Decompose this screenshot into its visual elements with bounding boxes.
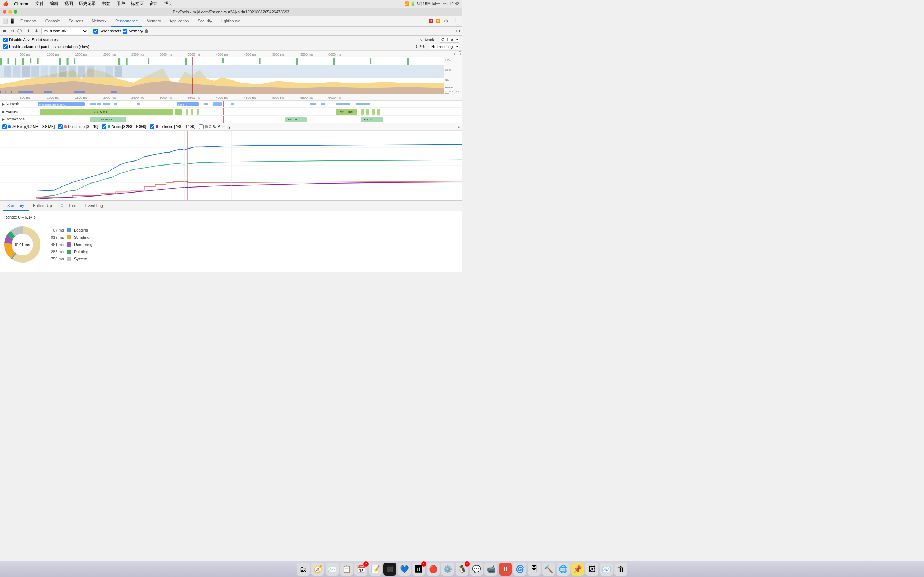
heap-range: 4.2 MB – 8.8 MB [444,90,462,94]
interactions-label[interactable]: ▶ Interactions [0,117,36,121]
clear-button[interactable]: 🗑 [144,29,149,34]
tab-performance[interactable]: Performance [111,16,142,27]
tab-bottom-up[interactable]: Bottom-Up [29,201,56,211]
tab-network[interactable]: Network [88,16,111,27]
disable-js-label[interactable]: Disable JavaScript samples [9,37,58,42]
device-toolbar[interactable]: 📱 [9,18,16,25]
tab-elements[interactable]: Elements [16,16,41,27]
nodes-label: Nodes[3 268 – 6 850] [111,125,146,129]
frames-label[interactable]: ▶ Frames [0,110,36,114]
svg-text:2500 ms: 2500 ms [131,53,144,56]
record-dot[interactable]: ⏺ [2,28,8,34]
tab-security[interactable]: Security [193,16,216,27]
download-icon[interactable]: ⬇ [33,28,40,34]
screenshots-label[interactable]: Screenshots [99,29,121,33]
cpu-label: CPU: [416,44,425,49]
menu-help[interactable]: 帮助 [164,1,173,7]
tab-sources[interactable]: Sources [64,16,87,27]
js-heap-checkbox[interactable] [2,124,7,129]
more-icon[interactable]: ⋮ [452,18,459,25]
advanced-paint-label[interactable]: Enable advanced paint instrumentation (s… [9,44,89,49]
system-label: System [74,257,87,261]
svg-text:5500 ms: 5500 ms [300,53,313,56]
network-label: Network: [420,37,435,42]
network-select[interactable]: Online [439,37,459,43]
legend-scripting: 919 ms Scripting [48,235,92,239]
svg-rect-45 [50,66,57,77]
svg-rect-19 [67,58,69,64]
cpu-select[interactable]: No throttling [430,44,459,49]
advanced-paint-checkbox[interactable] [3,44,8,49]
legend-list: 67 ms Loading 919 ms Scripting 461 ms Re… [48,226,92,261]
gpu-memory-checkbox[interactable] [199,124,204,129]
rendering-value: 461 ms [48,242,64,247]
maximize-button[interactable] [14,10,17,14]
svg-rect-34 [18,91,33,93]
memory-label[interactable]: Memory [129,29,143,33]
listeners-checkbox[interactable] [150,124,155,129]
url-select[interactable]: m.jd.com #6 [41,28,88,34]
svg-rect-67 [90,103,96,105]
svg-rect-22 [126,58,128,65]
menu-window[interactable]: 窗口 [149,1,158,7]
interactions-track-content: Animation Ani...ion Ani...ion [36,116,462,122]
memory-checkbox[interactable] [123,29,128,34]
legend-loading: 67 ms Loading [48,228,92,232]
menu-user[interactable]: 用户 [116,1,125,7]
nodes-checkbox[interactable] [102,124,107,129]
svg-rect-84 [175,109,182,115]
tab-event-log[interactable]: Event Log [81,201,108,211]
apple-menu[interactable]: 🍎 [3,2,8,6]
tab-summary[interactable]: Summary [3,201,29,211]
menu-tabs[interactable]: 标签页 [131,1,144,7]
menu-edit[interactable]: 编辑 [50,1,58,7]
scripting-label: Scripting [74,235,89,239]
svg-rect-33 [11,91,12,93]
tab-lighthouse[interactable]: Lighthouse [216,16,244,27]
minimize-button[interactable] [8,10,12,14]
reload-record[interactable]: ↺ [10,28,16,34]
track-rows: 500 ms 1000 ms 1500 ms 2000 ms 2500 ms 3… [0,94,462,123]
network-label[interactable]: ▶ Network [0,102,36,106]
memory-checkboxes: JS Heap[4.2 MB – 8.8 MB] Documents[3 – 1… [0,123,462,131]
fps-cpu-net-graph: FPS CPU NET HEAP 4.2 MB – 8.8 MB [0,57,462,94]
upload-icon[interactable]: ⬆ [25,28,32,34]
capture-settings-icon[interactable]: ⚙ [456,28,460,34]
painting-value: 285 ms [48,250,64,254]
loading-value: 67 ms [48,228,64,232]
menu-bookmarks[interactable]: 书签 [102,1,110,7]
memory-options-icon[interactable]: ≡ [458,125,460,129]
documents-checkbox[interactable] [58,124,63,129]
rendering-color [67,242,71,247]
menu-chrome[interactable]: Chrome [14,2,30,6]
frames-track-content: 456.5 ms 701.3 ms [36,108,462,115]
tab-application[interactable]: Application [165,16,194,27]
svg-rect-13 [8,58,10,64]
svg-text:m.jd.com/ (m.jd.cor...: m.jd.com/ (m.jd.cor... [39,103,66,106]
documents-label: Documents[3 – 10] [68,125,98,129]
menu-view[interactable]: 视图 [64,1,73,7]
screenshots-checkbox[interactable] [94,29,98,34]
devtools-tab-bar: ⬜ 📱 Elements Console Sources Network Per… [0,16,462,27]
tab-console[interactable]: Console [41,16,64,27]
svg-text:4000 ms: 4000 ms [216,53,228,56]
stop-record[interactable]: ⃝ [17,28,24,34]
gpu-memory-checkbox-item: GPU Memory [199,124,231,129]
tab-memory[interactable]: Memory [142,16,165,27]
inspect-tool[interactable]: ⬜ [2,18,9,25]
svg-rect-85 [186,109,188,115]
scripting-color [67,235,71,239]
close-button[interactable] [3,10,6,14]
system-value: 750 ms [48,257,64,261]
svg-rect-25 [222,58,224,63]
menu-file[interactable]: 文件 [36,1,44,7]
menu-history[interactable]: 历史记录 [79,1,96,7]
frames-track-row: ▶ Frames 456.5 ms 701.3 ms [0,108,462,116]
performance-toolbar: ⏺ ↺ ⃝ ⬆ ⬇ m.jd.com #6 Screenshots Memory… [0,27,462,36]
settings-icon[interactable]: ⚙ [443,18,450,25]
svg-rect-14 [15,58,16,65]
svg-rect-15 [23,58,24,64]
tab-call-tree[interactable]: Call Tree [56,201,81,211]
svg-rect-46 [59,66,67,77]
disable-js-checkbox[interactable] [3,37,8,42]
